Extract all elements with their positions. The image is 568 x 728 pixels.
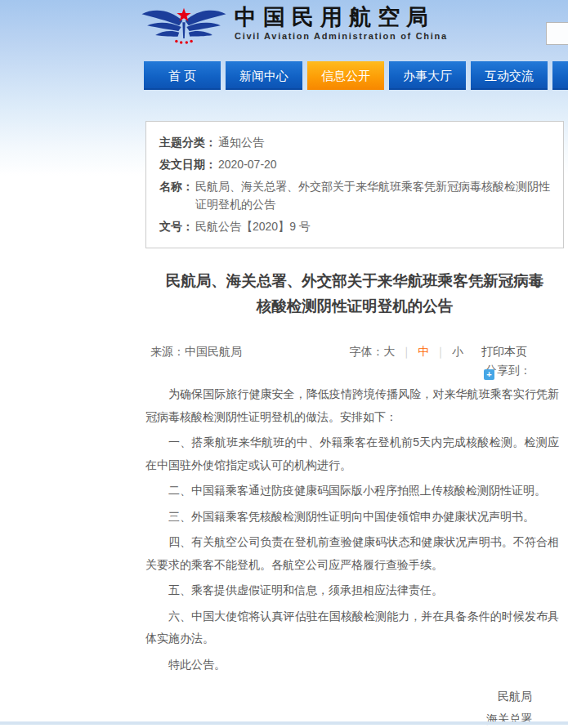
meta-row-doc-number: 文号： 民航公告【2020】9 号 xyxy=(159,217,550,235)
article-source: 来源：中国民航局 xyxy=(150,345,242,360)
paragraph-intro: 为确保国际旅行健康安全，降低疫情跨境传播风险，对来华航班乘客实行凭新冠病毒核酸检… xyxy=(145,383,559,428)
meta-row-topic: 主题分类： 通知公告 xyxy=(159,133,550,151)
signature-customs: 海关总署 xyxy=(145,708,532,728)
closing-statement: 特此公告。 xyxy=(145,654,559,677)
content-column: 主题分类： 通知公告 发文日期： 2020-07-20 名称： 民航局、海关总署… xyxy=(145,121,564,728)
article-body: 为确保国际旅行健康安全，降低疫情跨境传播风险，对来华航班乘客实行凭新冠病毒核酸检… xyxy=(145,383,559,728)
search-input[interactable] xyxy=(546,22,568,45)
share-more-button[interactable]: + xyxy=(484,369,494,380)
article-info-row: 来源：中国民航局 字体：大｜中｜小打印本页 分享到： xyxy=(145,345,564,377)
font-size-label: 字体： xyxy=(350,345,384,358)
document-meta-box: 主题分类： 通知公告 发文日期： 2020-07-20 名称： 民航局、海关总署… xyxy=(145,121,564,248)
font-size-controls: 字体：大｜中｜小打印本页 xyxy=(350,345,527,360)
meta-value-name: 民航局、海关总署、外交部关于来华航班乘客凭新冠病毒核酸检测阴性证明登机的公告 xyxy=(194,177,550,213)
nav-tab-news-center[interactable]: 新闻中心 xyxy=(226,61,302,90)
signature-caac: 民航局 xyxy=(145,686,532,708)
caac-logo-icon xyxy=(140,2,228,51)
paragraph-item-1: 一、搭乘航班来华航班的中、外籍乘客在登机前5天内完成核酸检测。检测应在中国驻外使… xyxy=(145,431,559,476)
footer-divider-strip xyxy=(0,721,568,725)
separator: ｜ xyxy=(435,345,446,358)
site-title-english: Civil Aviation Administration of China xyxy=(235,31,448,41)
meta-row-name: 名称： 民航局、海关总署、外交部关于来华航班乘客凭新冠病毒核酸检测阴性证明登机的… xyxy=(159,177,550,213)
meta-label-topic: 主题分类： xyxy=(159,133,217,151)
paragraph-item-6: 六、中国大使馆将认真评估驻在国核酸检测能力，并在具备条件的时候发布具体实施办法。 xyxy=(145,605,559,650)
article-title: 民航局、海关总署、外交部关于来华航班乘客凭新冠病毒核酸检测阴性证明登机的公告 xyxy=(162,268,548,319)
font-size-small-button[interactable]: 小 xyxy=(452,345,463,358)
nav-tab-service-hall[interactable]: 办事大厅 xyxy=(389,61,466,90)
font-size-medium-button[interactable]: 中 xyxy=(418,345,429,358)
meta-value-topic: 通知公告 xyxy=(217,133,264,151)
nav-tab-interaction[interactable]: 互动交流 xyxy=(471,61,548,90)
meta-row-date: 发文日期： 2020-07-20 xyxy=(159,155,550,173)
site-title-chinese: 中国民用航空局 xyxy=(235,6,448,29)
meta-label-doc-number: 文号： xyxy=(159,217,194,235)
paragraph-item-2: 二、中国籍乘客通过防疫健康码国际版小程序拍照上传核酸检测阴性证明。 xyxy=(145,480,559,502)
site-titles: 中国民用航空局 Civil Aviation Administration of… xyxy=(235,6,448,41)
main-navigation: 首 页 新闻中心 信息公开 办事大厅 互动交流 xyxy=(144,61,568,90)
font-size-large-button[interactable]: 大 xyxy=(384,345,396,358)
nav-tab-information-disclosure[interactable]: 信息公开 xyxy=(307,61,384,90)
meta-value-date: 2020-07-20 xyxy=(217,155,277,173)
nav-tab-home[interactable]: 首 页 xyxy=(144,61,221,90)
meta-value-doc-number: 民航公告【2020】9 号 xyxy=(194,217,311,235)
meta-label-name: 名称： xyxy=(159,177,194,213)
separator: ｜ xyxy=(401,345,413,358)
meta-label-date: 发文日期： xyxy=(159,155,217,173)
paragraph-item-4: 四、有关航空公司负责在登机前查验健康码状态和健康状况声明书。不符合相关要求的乘客… xyxy=(145,531,559,576)
nav-tab-cutoff[interactable] xyxy=(552,61,568,90)
paragraph-item-5: 五、乘客提供虚假证明和信息，须承担相应法律责任。 xyxy=(145,579,559,602)
paragraph-item-3: 三、外国籍乘客凭核酸检测阴性证明向中国使领馆申办健康状况声明书。 xyxy=(145,506,559,529)
masthead: 中国民用航空局 Civil Aviation Administration of… xyxy=(135,0,568,61)
print-page-button[interactable]: 打印本页 xyxy=(481,345,527,358)
